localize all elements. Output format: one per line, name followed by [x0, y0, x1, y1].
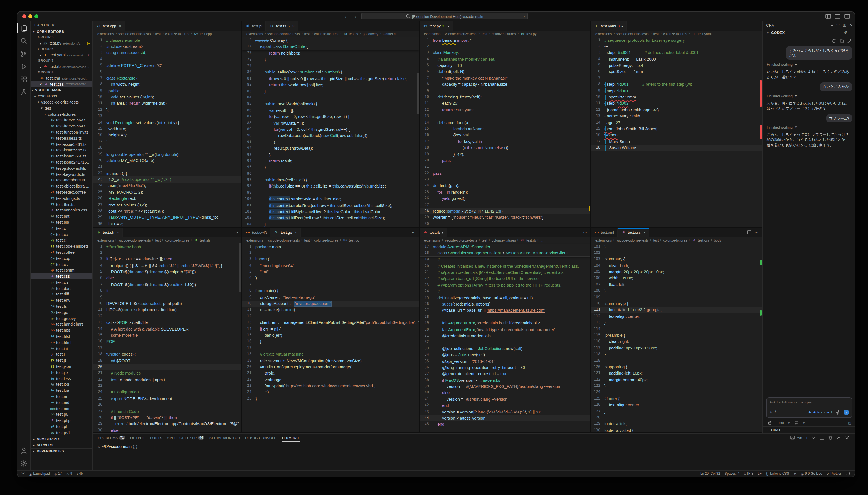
code-line[interactable]: 14void Rectangle::set_values (int x, int…	[93, 119, 242, 126]
status-indentation[interactable]: Spaces: 4	[725, 472, 739, 475]
tree-folder[interactable]: ▾test	[31, 105, 92, 111]
code-line[interactable]: 97 public draw(cell : Cell) {	[242, 177, 419, 183]
code-line[interactable]: 25 MY_MACRO(1, 2);	[93, 189, 242, 195]
copy-icon[interactable]	[839, 38, 844, 44]
code-line[interactable]: 88 var rowData = [];	[242, 120, 419, 126]
chat-mode-selector[interactable]: Local	[776, 421, 784, 425]
code-line[interactable]: 117 padding: 0px 10px 0 10px;	[591, 345, 762, 352]
panel-tab-debug-console[interactable]: DEBUG CONSOLE	[245, 433, 277, 442]
more-actions-icon[interactable]: ⋯	[412, 24, 416, 28]
navigate-forward-icon[interactable]: →	[352, 14, 357, 19]
code-line[interactable]: 18	[93, 145, 242, 151]
open-editor-item[interactable]: ●pytest.pyextensions/vscode-colorize-tes…	[31, 40, 92, 46]
code-line[interactable]: 126 text-align: center	[591, 402, 762, 408]
file-item[interactable]: TStest-issue5465.ts	[31, 147, 92, 153]
code-line[interactable]: 29woerter = {"house" : "Haus", "cat":"Ka…	[419, 215, 590, 221]
file-item[interactable]: mmtest.mm	[31, 405, 92, 411]
maximize-panel-icon[interactable]	[836, 435, 841, 440]
code-line[interactable]: 8 int width, height;	[93, 81, 242, 88]
edit-icon[interactable]	[847, 38, 852, 44]
code-line[interactable]: 24def firstn(g, n):	[419, 183, 590, 189]
more-actions-icon[interactable]: ⋯	[85, 22, 88, 27]
file-item[interactable]: hbtest.hbs	[31, 327, 92, 334]
code-line[interactable]: 17 - Mary Smith	[591, 139, 762, 145]
breadcrumb-item[interactable]: extensions	[424, 238, 440, 242]
code-line[interactable]: 3import (	[242, 256, 419, 263]
chat-input[interactable]: Ask for follow-up changes + / Auto conte…	[766, 397, 852, 418]
code-line[interactable]: 119	[591, 358, 762, 364]
breadcrumb-item[interactable]: !test.yaml	[692, 32, 712, 36]
breadcrumb-item[interactable]: test	[155, 32, 160, 36]
code-line[interactable]: 107 float: left;	[591, 281, 762, 288]
code-line[interactable]: 85 public travelWorld(callback) {	[242, 101, 419, 107]
close-tab-icon[interactable]: ×	[643, 231, 646, 234]
code-line[interactable]: 21 # Node modules	[93, 370, 242, 377]
close-tab-icon[interactable]: ×	[295, 231, 297, 234]
code-line[interactable]: 10DEVELOPER=$(xcode-select -print-path)	[93, 301, 242, 307]
breadcrumb-item[interactable]: colorize-fixtures	[314, 32, 338, 36]
breadcrumb-item[interactable]: C+test.cpp	[194, 32, 212, 36]
file-item[interactable]: evtest.env	[31, 297, 92, 304]
file-item[interactable]: hltest.hlsl	[31, 333, 92, 339]
breadcrumb[interactable]: extensions›vscode-colorize-tests›test›co…	[591, 237, 762, 243]
code-area[interactable]: 1# sequencer protocols for Laser eye sur…	[591, 36, 762, 227]
code-line[interactable]: 5 ROOT=$(dirname $(dirname $(realpath "$…	[93, 269, 242, 275]
code-line[interactable]: 28 if [[ "$OSTYPE" == "darwin"* ]]; then	[93, 414, 242, 421]
code-line[interactable]: 8func main() {	[242, 288, 419, 294]
code-line[interactable]: 2	[419, 44, 590, 50]
breadcrumb-item[interactable]: extensions	[424, 32, 440, 36]
file-item[interactable]: <>test.html	[31, 339, 92, 345]
code-line[interactable]: 24 "")	[242, 389, 419, 396]
breadcrumb-item[interactable]: vscode-colorize-tests	[445, 238, 477, 242]
refresh-icon[interactable]	[831, 38, 836, 44]
code-line[interactable]: 80 public isAlive(row : number, col : nu…	[242, 69, 419, 76]
code-line[interactable]: 5 "fmt"	[242, 269, 419, 275]
code-line[interactable]: 113}	[591, 320, 762, 326]
code-line[interactable]: 29 fail ArgumentError, 'credentials is n…	[419, 320, 590, 326]
code-line[interactable]: 8 capacity = capacity - N*banana.size	[419, 81, 590, 88]
code-line[interactable]: 92 result.push(rowData);	[242, 145, 419, 152]
code-line[interactable]: 27	[419, 202, 590, 208]
code-line[interactable]: 16 height = y;	[93, 132, 242, 139]
breadcrumb-item[interactable]: colorize-fixtures	[491, 32, 516, 36]
terminal-profile[interactable]: zsh	[791, 435, 802, 440]
code-line[interactable]: 2---	[591, 44, 762, 50]
file-item[interactable]: #test.css	[31, 273, 92, 279]
code-line[interactable]: 130footer a:visited {	[591, 427, 762, 432]
code-area[interactable]: 1package main23import (4 "encoding/base6…	[242, 243, 419, 432]
chat-bubble-icon[interactable]	[794, 420, 799, 425]
breadcrumb-item[interactable]: colorize-fixtures	[165, 238, 189, 242]
code-line[interactable]: 19 role := vmutils.NewVMConfiguration(dn…	[242, 358, 419, 364]
editor-tab-test.css[interactable]: #test.css×	[618, 227, 649, 237]
breadcrumb-item[interactable]: vscode-colorize-tests	[616, 238, 648, 242]
code-line[interactable]: 9 dnsName := "test-vm-from-go"	[242, 294, 419, 301]
code-line[interactable]: 19 #	[419, 257, 590, 263]
code-line[interactable]: 18function code() {	[93, 351, 242, 358]
code-line[interactable]: 127}	[591, 408, 762, 414]
activity-run-debug-icon[interactable]	[17, 62, 30, 71]
code-line[interactable]: 20	[93, 364, 242, 370]
activity-source-control-icon[interactable]	[17, 50, 30, 58]
breadcrumb-item[interactable]: vscode-colorize-tests	[118, 32, 151, 36]
tree-folder[interactable]: ▾extensions	[31, 93, 92, 99]
code-line[interactable]: 13cat <<-EOF > /path/file	[93, 320, 242, 326]
chat-section-header[interactable]: › CHAT	[763, 426, 855, 433]
code-line[interactable]: 30 fail ArgumentError, 'invalid type of …	[419, 326, 590, 333]
file-item[interactable]: C+test.cc	[31, 231, 92, 237]
code-line[interactable]: 26	[93, 402, 242, 408]
code-line[interactable]: 102 this.context.fillStyle = cell.live ?…	[242, 209, 419, 215]
code-line[interactable]: 19 }=42):	[419, 151, 590, 157]
profile-dropdown-icon[interactable]	[811, 435, 816, 440]
code-line[interactable]: 12 return "Yum yum"	[419, 107, 590, 113]
panel-tab-output[interactable]: OUTPUT	[130, 433, 145, 442]
file-item[interactable]: gvtest.groovy	[31, 315, 92, 322]
code-line[interactable]: 41 version = `/usr/bin/clang --version`	[419, 396, 590, 403]
code-line[interactable]: 38 if MacOS.version >= :mavericks	[419, 377, 590, 383]
send-button[interactable]: ↑	[844, 409, 849, 415]
file-item[interactable]: intest.ini	[31, 345, 92, 352]
file-item[interactable]: ±test.diff	[31, 291, 92, 297]
close-tab-icon[interactable]: ×	[117, 231, 119, 234]
breadcrumb-item[interactable]: vscode-colorize-tests	[267, 32, 300, 36]
file-item[interactable]: pstest-freeze-56476.ps1	[31, 123, 92, 130]
code-line[interactable]: 115.preamble {	[591, 332, 762, 339]
